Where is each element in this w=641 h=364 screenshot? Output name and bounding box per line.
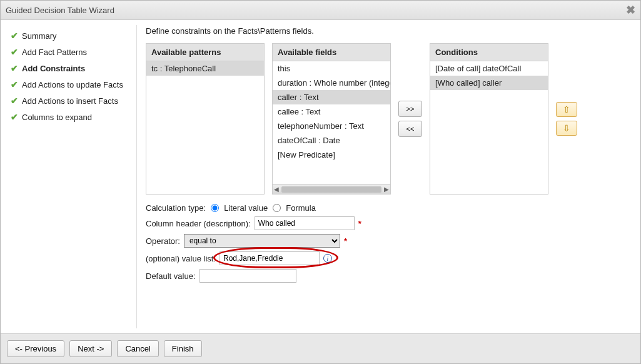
sidebar-item-summary[interactable]: ✔ Summary [6, 28, 136, 44]
check-icon: ✔ [11, 96, 18, 106]
sidebar-item-label: Add Fact Patterns [22, 48, 87, 57]
available-fields-pane: Available fields this duration : Whole n… [272, 43, 391, 195]
list-item[interactable]: [Date of call] dateOfCall [430, 61, 548, 76]
calc-formula-label: Formula [286, 203, 316, 213]
operator-label: Operator: [146, 236, 180, 246]
list-item[interactable]: caller : Text [273, 90, 390, 104]
calc-formula-radio[interactable] [273, 204, 281, 212]
info-icon[interactable]: i [323, 254, 332, 263]
move-down-button[interactable]: ⇩ [556, 121, 577, 136]
shuttle-remove-button[interactable]: << [398, 121, 422, 137]
sidebar-item-columns-expand[interactable]: ✔ Columns to expand [6, 109, 136, 125]
operator-row: Operator: equal to * [146, 234, 627, 248]
shuttle-buttons: >> << [398, 43, 422, 195]
main-panel: Define constraints on the Facts\Patterns… [137, 25, 635, 328]
sidebar-item-label: Add Constraints [22, 64, 85, 73]
required-icon: * [344, 236, 347, 246]
available-patterns-pane: Available patterns tc : TelephoneCall [146, 43, 265, 195]
required-icon: * [358, 219, 361, 228]
valuelist-row: (optional) value list: i [146, 251, 627, 265]
sidebar-item-insert-facts[interactable]: ✔ Add Actions to insert Facts [6, 93, 136, 109]
panes-row: Available patterns tc : TelephoneCall Av… [146, 43, 627, 195]
list-item[interactable]: duration : Whole number (integer) [273, 76, 390, 90]
valuelist-label: (optional) value list: [146, 254, 216, 263]
default-input[interactable] [199, 269, 296, 283]
default-row: Default value: [146, 269, 627, 283]
instruction-text: Define constraints on the Facts\Patterns… [146, 26, 627, 36]
valuelist-input[interactable] [220, 251, 320, 265]
colheader-row: Column header (description): * [146, 216, 627, 230]
footer: <- Previous Next -> Cancel Finish [1, 333, 640, 363]
close-icon[interactable]: ✖ [626, 3, 635, 17]
conditions-header: Conditions [430, 44, 548, 61]
fields-header: Available fields [273, 44, 390, 61]
window-title: Guided Decision Table Wizard [6, 6, 114, 15]
content-row: ✔ Summary ✔ Add Fact Patterns ✔ Add Cons… [1, 20, 640, 333]
sidebar-item-label: Add Actions to insert Facts [22, 96, 118, 106]
patterns-header: Available patterns [146, 44, 264, 61]
sidebar-item-add-fact-patterns[interactable]: ✔ Add Fact Patterns [6, 44, 136, 60]
finish-button[interactable]: Finish [164, 340, 202, 357]
wizard-window: Guided Decision Table Wizard ✖ ✔ Summary… [0, 0, 641, 364]
horizontal-scrollbar[interactable]: ◀ ▶ [273, 184, 390, 194]
check-icon: ✔ [11, 112, 18, 122]
list-item[interactable]: this [273, 61, 390, 76]
sidebar-item-label: Columns to expand [22, 113, 92, 122]
calc-type-label: Calculation type: [146, 203, 206, 213]
shuttle-add-button[interactable]: >> [398, 101, 422, 117]
sidebar-item-label: Summary [22, 31, 57, 41]
list-item[interactable]: tc : TelephoneCall [146, 61, 264, 76]
list-item[interactable]: callee : Text [273, 104, 390, 119]
title-bar: Guided Decision Table Wizard ✖ [1, 1, 640, 20]
sidebar: ✔ Summary ✔ Add Fact Patterns ✔ Add Cons… [6, 25, 137, 328]
list-item[interactable]: [New Predicate] [273, 148, 390, 162]
reorder-buttons: ⇧ ⇩ [556, 43, 577, 195]
scroll-left-icon[interactable]: ◀ [274, 186, 279, 193]
conditions-pane: Conditions [Date of call] dateOfCall [Wh… [430, 43, 548, 195]
next-button[interactable]: Next -> [69, 340, 112, 357]
conditions-list[interactable]: [Date of call] dateOfCall [Who called] c… [430, 61, 548, 194]
sidebar-item-update-facts[interactable]: ✔ Add Actions to update Facts [6, 76, 136, 93]
sidebar-item-label: Add Actions to update Facts [22, 80, 123, 89]
calc-type-row: Calculation type: Literal value Formula [146, 203, 627, 213]
check-icon: ✔ [11, 31, 18, 41]
form-area: Calculation type: Literal value Formula … [146, 203, 627, 283]
sidebar-item-add-constraints[interactable]: ✔ Add Constraints [6, 60, 136, 76]
scroll-right-icon[interactable]: ▶ [384, 186, 389, 193]
default-label: Default value: [146, 271, 196, 281]
check-icon: ✔ [11, 79, 18, 89]
scrollbar-thumb[interactable] [281, 186, 381, 193]
colheader-label: Column header (description): [146, 219, 251, 228]
check-icon: ✔ [11, 63, 18, 73]
colheader-input[interactable] [255, 216, 355, 230]
cancel-button[interactable]: Cancel [117, 340, 158, 357]
fields-list[interactable]: this duration : Whole number (integer) c… [273, 61, 390, 184]
patterns-list[interactable]: tc : TelephoneCall [146, 61, 264, 194]
calc-literal-label: Literal value [224, 203, 268, 213]
check-icon: ✔ [11, 47, 18, 57]
operator-select[interactable]: equal to [184, 234, 340, 248]
calc-literal-radio[interactable] [211, 204, 219, 212]
list-item[interactable]: [Who called] caller [430, 76, 548, 90]
list-item[interactable]: telephoneNumber : Text [273, 119, 390, 133]
list-item[interactable]: dateOfCall : Date [273, 133, 390, 148]
previous-button[interactable]: <- Previous [7, 340, 64, 357]
move-up-button[interactable]: ⇧ [556, 102, 577, 117]
